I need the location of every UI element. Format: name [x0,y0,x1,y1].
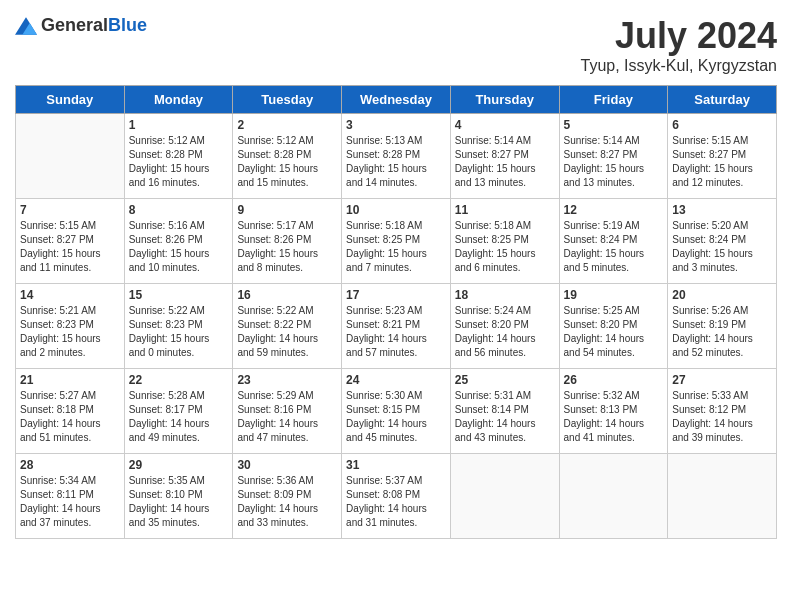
day-number: 4 [455,118,555,132]
day-number: 24 [346,373,446,387]
day-info: Sunrise: 5:35 AMSunset: 8:10 PMDaylight:… [129,474,229,530]
day-number: 27 [672,373,772,387]
day-number: 15 [129,288,229,302]
calendar-cell: 16Sunrise: 5:22 AMSunset: 8:22 PMDayligh… [233,284,342,369]
calendar-cell: 13Sunrise: 5:20 AMSunset: 8:24 PMDayligh… [668,199,777,284]
calendar-cell: 7Sunrise: 5:15 AMSunset: 8:27 PMDaylight… [16,199,125,284]
day-info: Sunrise: 5:21 AMSunset: 8:23 PMDaylight:… [20,304,120,360]
logo-text: GeneralBlue [41,15,147,36]
calendar-week-2: 7Sunrise: 5:15 AMSunset: 8:27 PMDaylight… [16,199,777,284]
day-header-thursday: Thursday [450,86,559,114]
day-info: Sunrise: 5:24 AMSunset: 8:20 PMDaylight:… [455,304,555,360]
calendar-cell: 24Sunrise: 5:30 AMSunset: 8:15 PMDayligh… [342,369,451,454]
calendar-cell: 19Sunrise: 5:25 AMSunset: 8:20 PMDayligh… [559,284,668,369]
day-number: 31 [346,458,446,472]
calendar-cell [668,454,777,539]
day-info: Sunrise: 5:25 AMSunset: 8:20 PMDaylight:… [564,304,664,360]
calendar-cell [450,454,559,539]
title-area: July 2024 Tyup, Issyk-Kul, Kyrgyzstan [580,15,777,75]
day-number: 9 [237,203,337,217]
calendar-cell: 31Sunrise: 5:37 AMSunset: 8:08 PMDayligh… [342,454,451,539]
calendar-cell: 2Sunrise: 5:12 AMSunset: 8:28 PMDaylight… [233,114,342,199]
calendar-week-5: 28Sunrise: 5:34 AMSunset: 8:11 PMDayligh… [16,454,777,539]
calendar-cell: 1Sunrise: 5:12 AMSunset: 8:28 PMDaylight… [124,114,233,199]
logo-blue: Blue [108,15,147,35]
day-info: Sunrise: 5:29 AMSunset: 8:16 PMDaylight:… [237,389,337,445]
calendar-cell: 27Sunrise: 5:33 AMSunset: 8:12 PMDayligh… [668,369,777,454]
calendar-week-3: 14Sunrise: 5:21 AMSunset: 8:23 PMDayligh… [16,284,777,369]
calendar-cell: 22Sunrise: 5:28 AMSunset: 8:17 PMDayligh… [124,369,233,454]
header: GeneralBlue July 2024 Tyup, Issyk-Kul, K… [15,15,777,75]
calendar-cell [559,454,668,539]
day-info: Sunrise: 5:31 AMSunset: 8:14 PMDaylight:… [455,389,555,445]
calendar-cell: 5Sunrise: 5:14 AMSunset: 8:27 PMDaylight… [559,114,668,199]
day-info: Sunrise: 5:34 AMSunset: 8:11 PMDaylight:… [20,474,120,530]
day-info: Sunrise: 5:14 AMSunset: 8:27 PMDaylight:… [455,134,555,190]
day-header-tuesday: Tuesday [233,86,342,114]
day-number: 26 [564,373,664,387]
day-number: 28 [20,458,120,472]
day-info: Sunrise: 5:33 AMSunset: 8:12 PMDaylight:… [672,389,772,445]
calendar-cell: 10Sunrise: 5:18 AMSunset: 8:25 PMDayligh… [342,199,451,284]
calendar-cell: 20Sunrise: 5:26 AMSunset: 8:19 PMDayligh… [668,284,777,369]
day-number: 22 [129,373,229,387]
logo: GeneralBlue [15,15,147,36]
day-header-saturday: Saturday [668,86,777,114]
day-info: Sunrise: 5:19 AMSunset: 8:24 PMDaylight:… [564,219,664,275]
calendar-header-row: SundayMondayTuesdayWednesdayThursdayFrid… [16,86,777,114]
calendar-cell: 28Sunrise: 5:34 AMSunset: 8:11 PMDayligh… [16,454,125,539]
calendar-cell: 12Sunrise: 5:19 AMSunset: 8:24 PMDayligh… [559,199,668,284]
calendar-cell: 3Sunrise: 5:13 AMSunset: 8:28 PMDaylight… [342,114,451,199]
calendar-cell: 9Sunrise: 5:17 AMSunset: 8:26 PMDaylight… [233,199,342,284]
day-info: Sunrise: 5:23 AMSunset: 8:21 PMDaylight:… [346,304,446,360]
day-info: Sunrise: 5:37 AMSunset: 8:08 PMDaylight:… [346,474,446,530]
calendar-cell: 14Sunrise: 5:21 AMSunset: 8:23 PMDayligh… [16,284,125,369]
calendar-cell: 25Sunrise: 5:31 AMSunset: 8:14 PMDayligh… [450,369,559,454]
calendar-cell: 23Sunrise: 5:29 AMSunset: 8:16 PMDayligh… [233,369,342,454]
day-number: 21 [20,373,120,387]
calendar-cell: 18Sunrise: 5:24 AMSunset: 8:20 PMDayligh… [450,284,559,369]
day-info: Sunrise: 5:20 AMSunset: 8:24 PMDaylight:… [672,219,772,275]
calendar-cell: 4Sunrise: 5:14 AMSunset: 8:27 PMDaylight… [450,114,559,199]
day-info: Sunrise: 5:16 AMSunset: 8:26 PMDaylight:… [129,219,229,275]
day-info: Sunrise: 5:26 AMSunset: 8:19 PMDaylight:… [672,304,772,360]
day-number: 14 [20,288,120,302]
day-info: Sunrise: 5:22 AMSunset: 8:23 PMDaylight:… [129,304,229,360]
logo-general: General [41,15,108,35]
day-info: Sunrise: 5:12 AMSunset: 8:28 PMDaylight:… [129,134,229,190]
calendar-cell: 15Sunrise: 5:22 AMSunset: 8:23 PMDayligh… [124,284,233,369]
day-number: 25 [455,373,555,387]
calendar-cell: 17Sunrise: 5:23 AMSunset: 8:21 PMDayligh… [342,284,451,369]
day-number: 19 [564,288,664,302]
day-info: Sunrise: 5:30 AMSunset: 8:15 PMDaylight:… [346,389,446,445]
day-number: 1 [129,118,229,132]
day-number: 29 [129,458,229,472]
calendar-cell: 11Sunrise: 5:18 AMSunset: 8:25 PMDayligh… [450,199,559,284]
day-header-friday: Friday [559,86,668,114]
day-info: Sunrise: 5:22 AMSunset: 8:22 PMDaylight:… [237,304,337,360]
day-number: 10 [346,203,446,217]
day-info: Sunrise: 5:15 AMSunset: 8:27 PMDaylight:… [20,219,120,275]
calendar-week-1: 1Sunrise: 5:12 AMSunset: 8:28 PMDaylight… [16,114,777,199]
logo-icon [15,17,37,35]
calendar-cell: 29Sunrise: 5:35 AMSunset: 8:10 PMDayligh… [124,454,233,539]
day-info: Sunrise: 5:28 AMSunset: 8:17 PMDaylight:… [129,389,229,445]
day-number: 13 [672,203,772,217]
day-number: 20 [672,288,772,302]
day-info: Sunrise: 5:32 AMSunset: 8:13 PMDaylight:… [564,389,664,445]
day-number: 12 [564,203,664,217]
day-header-monday: Monday [124,86,233,114]
day-number: 3 [346,118,446,132]
day-info: Sunrise: 5:15 AMSunset: 8:27 PMDaylight:… [672,134,772,190]
day-number: 30 [237,458,337,472]
day-info: Sunrise: 5:18 AMSunset: 8:25 PMDaylight:… [346,219,446,275]
day-number: 8 [129,203,229,217]
calendar-cell [16,114,125,199]
page-subtitle: Tyup, Issyk-Kul, Kyrgyzstan [580,57,777,75]
day-info: Sunrise: 5:13 AMSunset: 8:28 PMDaylight:… [346,134,446,190]
day-number: 11 [455,203,555,217]
day-number: 2 [237,118,337,132]
calendar-cell: 8Sunrise: 5:16 AMSunset: 8:26 PMDaylight… [124,199,233,284]
calendar-week-4: 21Sunrise: 5:27 AMSunset: 8:18 PMDayligh… [16,369,777,454]
day-number: 16 [237,288,337,302]
